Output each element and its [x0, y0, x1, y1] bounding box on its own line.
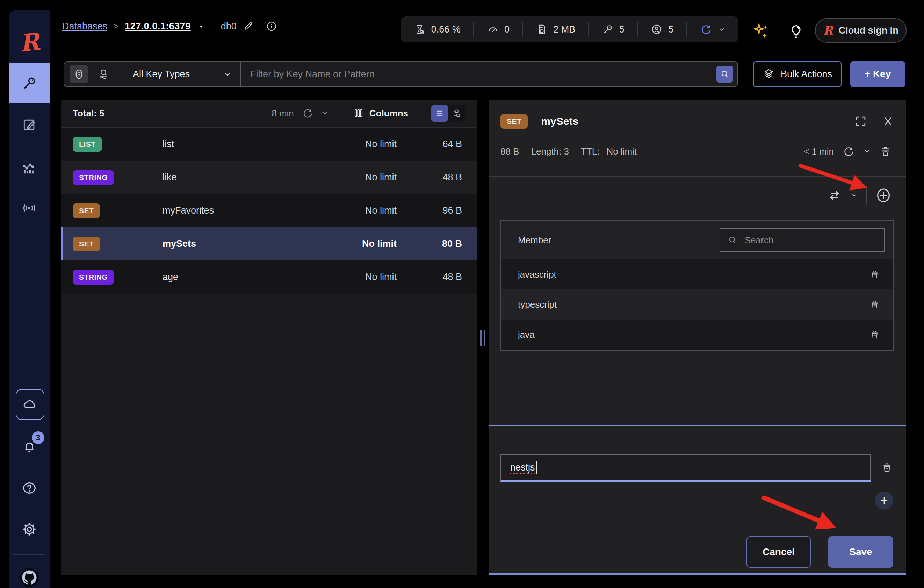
key-row[interactable]: STRING like No limit 48 B — [61, 161, 477, 194]
key-size-cell: 48 B — [397, 172, 477, 183]
stat-memory-value: 2 MB — [553, 24, 575, 35]
delete-key-trash-icon[interactable] — [879, 145, 892, 158]
new-member-input[interactable]: nestjs — [500, 454, 871, 482]
member-value: java — [518, 329, 535, 340]
close-icon[interactable] — [882, 116, 894, 127]
key-list-header-right: 8 min Columns — [272, 105, 465, 122]
detail-bottom-accent — [488, 573, 906, 575]
key-icon — [21, 75, 37, 91]
key-list-panel: Total: 5 8 min Columns — [61, 100, 477, 575]
tree-view-button[interactable] — [448, 105, 465, 122]
key-row[interactable]: STRING age No limit 48 B — [61, 261, 477, 294]
sidebar-item-settings[interactable] — [9, 514, 50, 545]
add-another-member-button[interactable]: + — [875, 492, 893, 510]
cancel-label: Cancel — [762, 547, 795, 558]
key-type-badge: SET — [73, 237, 100, 251]
sidebar: R — [9, 10, 50, 588]
breadcrumb-host[interactable]: 127.0.0.1:6379 — [125, 21, 191, 32]
breadcrumb-separator: > — [114, 21, 119, 31]
edit-db-pencil-icon[interactable] — [243, 21, 253, 31]
member-row[interactable]: typescript — [501, 289, 893, 319]
member-search-input[interactable] — [744, 235, 877, 246]
key-row[interactable]: LIST list No limit 64 B — [61, 127, 477, 161]
key-size-cell: 48 B — [397, 272, 477, 282]
add-key-button[interactable]: + Key — [850, 61, 905, 87]
key-type-cell: STRING — [73, 170, 162, 185]
filter-toggle-button[interactable] — [70, 65, 88, 83]
member-search-box[interactable] — [719, 228, 884, 252]
chevron-down-icon[interactable] — [851, 192, 858, 199]
stat-ops-value: 0 — [504, 24, 510, 35]
members-table: Member javascript — [500, 220, 894, 351]
sidebar-item-notifications[interactable]: 3 — [9, 429, 50, 461]
filter-search-button[interactable] — [716, 66, 733, 83]
key-row[interactable]: SET mySets No limit 80 B — [61, 227, 477, 261]
key-row[interactable]: SET myFavorites No limit 96 B — [61, 194, 477, 227]
list-view-button[interactable] — [431, 105, 448, 122]
view-toggle — [431, 105, 465, 122]
remove-member-trash-icon[interactable] — [869, 299, 880, 310]
stats-divider — [588, 22, 589, 37]
remove-member-trash-icon[interactable] — [869, 329, 880, 340]
sidebar-item-github[interactable] — [9, 562, 50, 588]
sidebar-item-pubsub[interactable] — [9, 192, 50, 224]
remove-member-trash-icon[interactable] — [869, 269, 880, 280]
sidebar-item-workbench[interactable] — [9, 109, 50, 140]
key-filter-input[interactable] — [241, 69, 716, 80]
chevron-down-icon[interactable] — [718, 25, 726, 33]
refresh-icon[interactable] — [842, 145, 855, 158]
resize-handle-icon[interactable] — [480, 330, 485, 347]
columns-button[interactable]: Columns — [353, 108, 408, 119]
last-refresh-label: 8 min — [272, 108, 294, 119]
key-list-header: Total: 5 8 min Columns — [61, 100, 477, 127]
stat-clients-value: 5 — [668, 24, 673, 35]
sidebar-item-cloud[interactable] — [16, 389, 45, 420]
refresh-icon[interactable] — [302, 107, 314, 119]
stats-refresh[interactable] — [700, 23, 726, 36]
stat-clients: 5 — [651, 23, 673, 35]
refresh-icon[interactable] — [700, 23, 712, 36]
fullscreen-icon[interactable] — [854, 115, 867, 128]
stat-memory: 2 MB — [536, 23, 575, 35]
copilot-sparkles-icon[interactable] — [752, 21, 770, 40]
redis-logo-letter: R — [18, 27, 41, 57]
cloud-sign-in-button[interactable]: R Cloud sign in — [815, 18, 906, 43]
notification-count-badge: 3 — [32, 431, 45, 444]
sidebar-item-help[interactable] — [9, 472, 50, 504]
analytics-chart-icon — [21, 159, 37, 175]
filter-icon — [73, 68, 85, 80]
breadcrumb-databases-link[interactable]: Databases — [62, 21, 107, 32]
sidebar-item-browser[interactable] — [9, 63, 50, 104]
cancel-button[interactable]: Cancel — [746, 536, 811, 568]
member-row[interactable]: java — [501, 319, 893, 350]
member-row[interactable]: javascript — [501, 259, 893, 289]
key-ttl-cell: No limit — [327, 238, 397, 249]
panel-resize-gutter[interactable] — [477, 100, 488, 575]
detail-ttl-value[interactable]: No limit — [606, 146, 637, 157]
new-member-value: nestjs — [510, 462, 535, 473]
detail-info-right: < 1 min — [804, 145, 892, 158]
info-icon[interactable] — [266, 21, 277, 32]
key-type-badge: STRING — [73, 270, 114, 284]
key-ttl-cell: No limit — [327, 205, 397, 216]
host-dropdown-caret-icon[interactable] — [197, 22, 206, 30]
search-values-icon[interactable] — [97, 68, 110, 80]
bulk-actions-button[interactable]: Bulk Actions — [753, 61, 842, 87]
key-name-cell: mySets — [162, 238, 327, 249]
lightbulb-icon[interactable] — [788, 22, 805, 39]
key-type-select[interactable]: All Key Types — [124, 62, 241, 86]
remove-row-trash-icon[interactable] — [881, 461, 893, 474]
detail-divider — [488, 176, 906, 177]
key-size-cell: 64 B — [397, 139, 477, 150]
action-divider — [866, 186, 867, 205]
format-switch-icon[interactable] — [827, 188, 842, 203]
add-member-icon[interactable] — [875, 187, 892, 204]
sidebar-item-analytics[interactable] — [9, 152, 50, 183]
detail-key-name[interactable]: mySets — [541, 116, 578, 127]
key-ttl-cell: No limit — [327, 172, 397, 183]
chevron-down-icon[interactable] — [321, 109, 329, 117]
redis-logo: R — [9, 23, 50, 61]
key-type-cell: STRING — [73, 270, 162, 284]
chevron-down-icon[interactable] — [863, 147, 871, 155]
save-button[interactable]: Save — [828, 536, 893, 568]
